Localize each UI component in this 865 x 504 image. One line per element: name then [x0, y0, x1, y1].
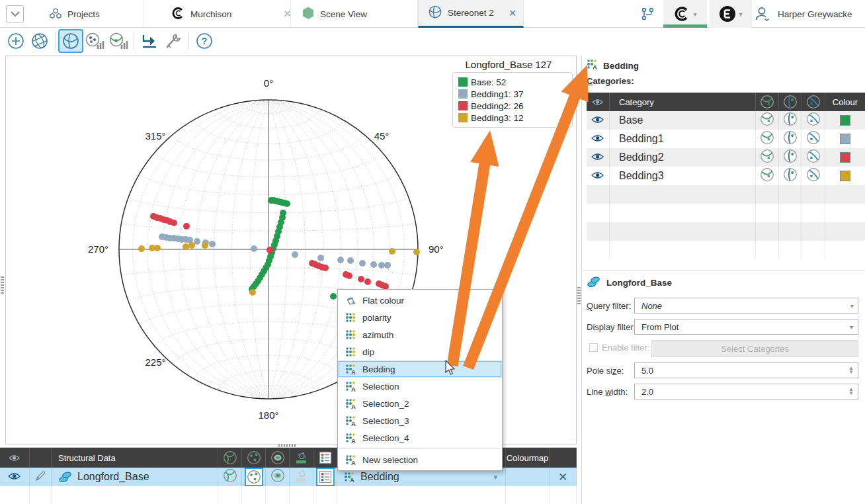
display-filter-value: From Plot [641, 322, 679, 332]
menu-item-flat-colour[interactable]: Flat colour [338, 292, 502, 309]
poles-icon [783, 112, 798, 126]
menu-item-selection-4[interactable]: ASelection_4 [338, 429, 502, 446]
legend-swatch [458, 77, 468, 87]
pole-point-bedding1[interactable] [317, 255, 324, 261]
planes-toggle[interactable] [760, 130, 774, 147]
edit-button[interactable] [34, 470, 47, 485]
poles-toggle[interactable] [783, 112, 798, 129]
menu-item-dip[interactable]: dip [338, 343, 502, 360]
planes-toggle[interactable] [760, 112, 774, 129]
evo-menu-button[interactable]: ▾ [710, 0, 752, 28]
toolbar-stereonet-remove-button[interactable] [107, 30, 130, 52]
eye-visibility-toggle[interactable] [8, 471, 21, 483]
planes-toggle[interactable] [760, 149, 774, 166]
pole-point-bedding1[interactable] [359, 260, 366, 267]
pole-point-bedding2[interactable] [358, 276, 364, 282]
display-filter-dropdown[interactable]: From Plot ▾ [634, 319, 858, 335]
pole-point-bedding1[interactable] [370, 261, 377, 268]
pole-point-bedding1[interactable] [384, 262, 391, 269]
enable-filter-checkbox[interactable] [589, 343, 598, 352]
toolbar-export-button[interactable] [138, 30, 161, 52]
poles-toggle[interactable] [783, 167, 798, 185]
arcs-toggle[interactable] [806, 149, 821, 166]
arcs-toggle[interactable] [806, 112, 821, 129]
pole-point-bedding3[interactable] [138, 245, 145, 252]
toolbar-add-plot-button[interactable] [5, 30, 27, 52]
menu-item-selection[interactable]: ASelection [338, 378, 502, 395]
toolbar-colour-stats-button[interactable] [83, 30, 106, 52]
left-splitter-handle[interactable] [1, 276, 4, 294]
close-tab-icon[interactable]: ✕ [509, 7, 517, 19]
contours-toggle[interactable] [270, 468, 285, 485]
stepper-arrows-icon[interactable]: ▲▼ [848, 388, 854, 396]
pole-point-bedding3[interactable] [389, 248, 395, 255]
line-width-stepper[interactable]: 2.0 ▲▼ [634, 384, 858, 399]
toolbar-globe-3d-button[interactable] [28, 30, 51, 52]
close-tab-icon[interactable]: ✕ [283, 8, 292, 20]
menu-item-selection-2[interactable]: ASelection_2 [338, 395, 502, 412]
category-colour-swatch[interactable] [840, 152, 850, 163]
select-categories-button[interactable]: Select Categories [651, 340, 858, 357]
degree-label: 315° [145, 130, 165, 142]
pole-point-bedding1[interactable] [292, 251, 298, 258]
eye-visibility-toggle[interactable] [591, 151, 604, 163]
great-circle-toggle[interactable] [223, 468, 237, 485]
pole-point-bedding2[interactable] [346, 273, 352, 279]
eye-visibility-toggle[interactable] [591, 133, 604, 145]
tab-projects[interactable]: Projects [24, 0, 144, 28]
arcs-toggle[interactable] [806, 130, 821, 147]
pole-point-bedding1[interactable] [337, 257, 344, 263]
user-menu-button[interactable]: Harper Greywacke [754, 0, 865, 28]
query-filter-dropdown[interactable]: None ▾ [634, 298, 858, 314]
pole-point-bedding3[interactable] [413, 249, 420, 255]
toolbar-stereonet-button[interactable] [60, 30, 82, 52]
menu-item-polarity[interactable]: polarity [338, 309, 502, 326]
pole-point-bedding3[interactable] [183, 243, 189, 250]
category-colour-swatch[interactable] [840, 171, 850, 181]
eye-visibility-toggle[interactable] [591, 170, 604, 182]
eye-visibility-toggle[interactable] [591, 114, 604, 126]
toolbar-help-button[interactable]: ? [193, 30, 216, 52]
flat-colour-toggle[interactable] [294, 468, 309, 485]
category-colour-swatch[interactable] [840, 115, 850, 126]
pole-point-bedding3[interactable] [188, 242, 195, 249]
legend-toggle[interactable] [317, 468, 334, 485]
poles-toggle[interactable] [783, 130, 798, 147]
menu-item-bedding[interactable]: ABedding [338, 360, 502, 378]
poles-toggle[interactable] [245, 468, 263, 485]
pole-point-bedding1[interactable] [378, 262, 385, 269]
stepper-arrows-icon[interactable]: ▲▼ [848, 366, 854, 374]
pole-point-bedding2[interactable] [322, 265, 329, 271]
pole-point-bedding1[interactable] [251, 245, 257, 252]
pole-point-base[interactable] [330, 293, 337, 300]
category-colour-swatch[interactable] [840, 134, 850, 144]
branch-button[interactable] [634, 0, 663, 28]
tab-scene-view[interactable]: Scene View [291, 0, 418, 28]
arcs-toggle[interactable] [806, 167, 821, 185]
pole-point-base[interactable] [284, 200, 290, 207]
pole-point-bedding3[interactable] [154, 245, 161, 251]
pole-point-bedding3[interactable] [202, 242, 208, 249]
menu-item-azimuth[interactable]: azimuth [338, 326, 502, 343]
central-menu-button[interactable]: ▾ [663, 0, 707, 28]
window-menu-button[interactable] [6, 5, 24, 22]
planes-toggle[interactable] [760, 167, 774, 185]
pole-point-bedding2[interactable] [267, 247, 273, 253]
tab-stereonet-2[interactable]: Stereonet 2 ✕ [418, 0, 524, 28]
poles-toggle[interactable] [783, 149, 798, 166]
remove-row-button[interactable]: ✕ [558, 470, 567, 484]
pole-point-bedding1[interactable] [194, 238, 200, 245]
pole-point-bedding2[interactable] [171, 220, 177, 226]
toolbar-tools-button[interactable] [162, 30, 185, 52]
pole-point-bedding3[interactable] [249, 289, 256, 296]
menu-item-new-selection[interactable]: ANew selection [338, 451, 502, 468]
colourmap-dropdown[interactable]: ABedding▾ [344, 471, 505, 483]
pole-point-bedding1[interactable] [209, 241, 216, 247]
tab-murchison[interactable]: Murchison ✕ [144, 0, 291, 28]
pole-size-stepper[interactable]: 5.0 ▲▼ [634, 362, 858, 378]
pole-point-bedding1[interactable] [347, 257, 354, 264]
right-splitter-handle[interactable] [577, 287, 581, 304]
pole-point-bedding2[interactable] [183, 223, 190, 230]
menu-item-selection-3[interactable]: ASelection_3 [338, 412, 502, 429]
pole-point-bedding2[interactable] [364, 278, 371, 285]
